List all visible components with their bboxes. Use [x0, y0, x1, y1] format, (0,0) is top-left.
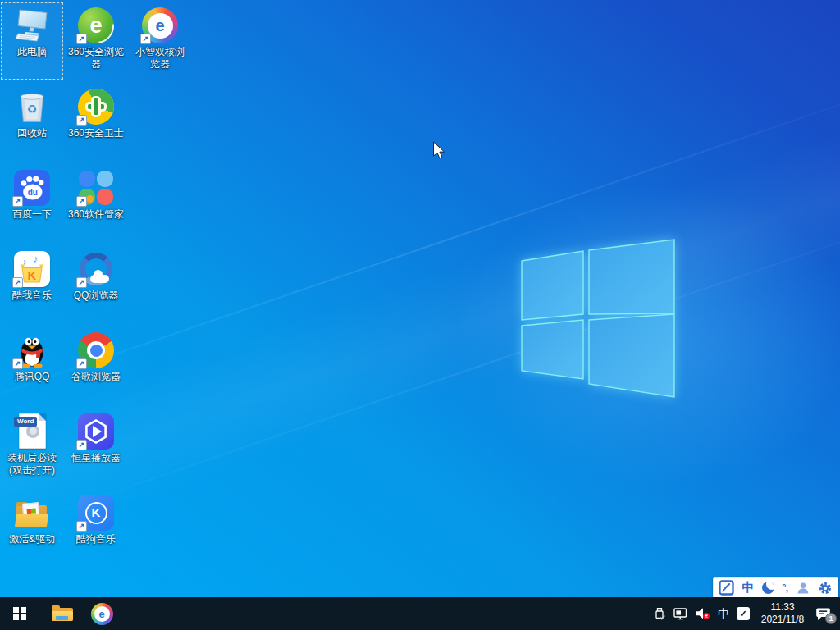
browser-icon: e: [91, 603, 113, 625]
notification-count-badge: 1: [825, 613, 837, 624]
file-explorer-button[interactable]: [46, 597, 79, 630]
network-icon[interactable]: [673, 607, 688, 620]
desktop-icon-qq-browser[interactable]: ↗ QQ浏览器: [65, 246, 127, 323]
desktop-icon-kuwo-music[interactable]: ♪ ♪ K ↗ 酷我音乐: [1, 246, 63, 323]
moon-icon: [762, 582, 774, 594]
svg-text:♪: ♪: [33, 253, 39, 265]
clock-date: 2021/11/8: [757, 614, 808, 626]
desktop-icon-label: 360软件管家: [66, 208, 126, 221]
taskbar-clock[interactable]: 11:33 2021/11/8: [757, 601, 808, 626]
shortcut-arrow-icon: ↗: [12, 358, 23, 369]
action-center-button[interactable]: 1: [815, 607, 832, 621]
clock-time: 11:33: [757, 601, 808, 614]
cloud-shape: [90, 275, 109, 283]
desktop-icon-xiaozhi-browser[interactable]: e ↗ 小智双核浏览器: [129, 2, 191, 80]
shortcut-arrow-icon: ↗: [76, 358, 87, 369]
360-tray-icon[interactable]: ✓: [737, 607, 750, 620]
shortcut-arrow-icon: ↗: [76, 440, 87, 450]
svg-text:K: K: [28, 268, 37, 282]
shortcut-arrow-icon: ↗: [76, 521, 87, 532]
desktop-icon-tencent-qq[interactable]: ↗ 腾讯QQ: [1, 327, 63, 404]
shortcut-arrow-icon: ↗: [76, 196, 87, 207]
desktop-icon-360-browser[interactable]: e ↗ 360安全浏览器: [65, 2, 127, 80]
shortcut-arrow-icon: ↗: [140, 34, 151, 44]
page-fold: [39, 413, 46, 421]
desktop-icon-label: 酷我音乐: [2, 290, 62, 302]
this-pc-icon: [14, 7, 50, 43]
play-icon: [93, 426, 102, 437]
word-badge: Word: [14, 417, 37, 427]
word-document-icon: Word: [19, 413, 46, 449]
person-icon: [796, 581, 810, 596]
desktop-icon-label: 360安全浏览器: [66, 46, 126, 71]
ime-user-button[interactable]: [796, 579, 810, 597]
recycle-bin-icon: ♻: [14, 89, 50, 125]
svg-text:♻: ♻: [27, 103, 38, 116]
ime-settings-button[interactable]: [818, 579, 833, 597]
desktop-icon-360-software-manager[interactable]: ↗ 360软件管家: [65, 165, 127, 242]
shortcut-arrow-icon: ↗: [76, 115, 87, 126]
desktop-icon-label: 此电脑: [2, 46, 62, 58]
shortcut-arrow-icon: ↗: [12, 196, 23, 207]
gear-icon: [818, 581, 833, 596]
windows-logo: [517, 232, 681, 404]
desktop-icon-label: 小智双核浏览器: [130, 46, 190, 71]
desktop-icon-360-safety-guard[interactable]: ↗ 360安全卫士: [65, 84, 127, 161]
desktop-icon-label: 激活&驱动: [2, 533, 62, 546]
start-button[interactable]: [0, 597, 39, 630]
usb-remove-hardware-icon[interactable]: [653, 607, 666, 621]
ime-punctuation-button[interactable]: °,: [782, 579, 788, 597]
desktop-icon-label: 装机后必读(双击打开): [2, 452, 62, 477]
volume-muted-icon[interactable]: [696, 607, 710, 620]
folder-icon: [14, 495, 50, 531]
desktop-icon-star-player[interactable]: ↗ 恒星播放器: [65, 409, 127, 486]
browser-taskbar-button[interactable]: e: [85, 597, 118, 630]
ime-language-bar[interactable]: 中 °,: [713, 577, 838, 599]
shortcut-arrow-icon: ↗: [12, 277, 23, 288]
doc-logo: [26, 425, 39, 438]
desktop-icon-this-pc[interactable]: 此电脑: [1, 2, 63, 80]
desktop-icon-label: 百度一下: [2, 208, 62, 221]
shortcut-arrow-icon: ↗: [76, 277, 87, 288]
taskbar: e 中 ✓ 11:33: [0, 597, 840, 630]
ime-chinese-mode-button[interactable]: 中: [742, 579, 754, 597]
desktop-icon-chrome[interactable]: ↗ 谷歌浏览器: [65, 327, 127, 404]
system-tray: 中 ✓ 11:33 2021/11/8 1: [653, 597, 840, 630]
desktop-icon-readme-doc[interactable]: Word 装机后必读(双击打开): [1, 409, 63, 486]
desktop-icon-label: 腾讯QQ: [2, 371, 62, 383]
tray-ime-indicator[interactable]: 中: [718, 597, 729, 630]
desktop-icon-label: 谷歌浏览器: [66, 371, 126, 383]
mouse-cursor: [432, 141, 448, 161]
desktop-icon-baidu[interactable]: du ↗ 百度一下: [1, 165, 63, 242]
windows-start-icon: [13, 607, 26, 620]
folder-icon: [52, 605, 73, 623]
desktop-icon-label: 回收站: [2, 127, 62, 139]
ime-logo-button[interactable]: [719, 579, 734, 597]
svg-text:du: du: [28, 188, 38, 197]
desktop-icon-label: 酷狗音乐: [66, 533, 126, 546]
desktop-icon-kugou-music[interactable]: K ↗ 酷狗音乐: [65, 490, 127, 567]
shortcut-arrow-icon: ↗: [76, 34, 87, 44]
desktop-icon-label: 恒星播放器: [66, 452, 126, 464]
desktop-icon-activation-drivers[interactable]: 激活&驱动: [1, 490, 63, 567]
desktop-icon-recycle-bin[interactable]: ♻ 回收站: [1, 84, 63, 161]
desktop-icon-label: QQ浏览器: [66, 290, 126, 302]
desktop-icon-label: 360安全卫士: [66, 127, 126, 139]
ime-fullwidth-moon-button[interactable]: [762, 579, 774, 597]
